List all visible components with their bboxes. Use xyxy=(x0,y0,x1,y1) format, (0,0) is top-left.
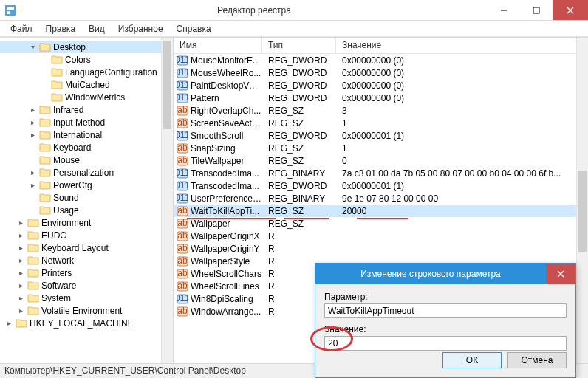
tree-item-label: Volatile Environment xyxy=(41,306,122,316)
tree-item[interactable]: ▸Printers xyxy=(0,267,173,279)
list-row[interactable]: abWaitToKillAppTi...REG_SZ20000 xyxy=(174,205,588,217)
svg-text:011: 011 xyxy=(177,180,188,190)
list-row[interactable]: 011PatternREG_DWORD0x00000000 (0) xyxy=(174,92,588,104)
list-row[interactable]: 011PaintDesktopVer...REG_DWORD0x00000000… xyxy=(174,79,588,92)
list-row[interactable]: abRightOverlapCh...REG_SZ3 xyxy=(174,104,588,117)
value-data: 0 xyxy=(336,156,588,166)
tree-item[interactable]: ▸PowerCfg xyxy=(0,179,173,191)
expand-icon[interactable]: ▸ xyxy=(16,231,25,239)
tree-item[interactable]: ▸Personalization xyxy=(0,166,173,179)
list-row[interactable]: 011TranscodedIma...REG_DWORD0x00000001 (… xyxy=(174,179,588,192)
expand-icon[interactable]: ▸ xyxy=(28,118,37,126)
expand-icon[interactable]: ▸ xyxy=(4,319,13,327)
list-row[interactable]: abWallpaperOriginXR xyxy=(174,230,588,242)
app-icon xyxy=(4,4,16,16)
ok-button[interactable]: ОК xyxy=(442,352,502,368)
value-name: Pattern xyxy=(191,93,219,103)
menu-item[interactable]: Файл xyxy=(4,22,38,35)
close-button[interactable] xyxy=(553,0,588,20)
menu-item[interactable]: Избранное xyxy=(112,22,169,35)
tree-item[interactable]: ▾Desktop xyxy=(0,41,173,53)
tree-panel[interactable]: ▾DesktopColorsLanguageConfigurationMuiCa… xyxy=(0,38,174,363)
list-row[interactable]: abTileWallpaperREG_SZ0 xyxy=(174,154,588,167)
svg-text:ab: ab xyxy=(177,105,188,115)
expand-icon[interactable]: ▸ xyxy=(28,131,37,139)
list-row[interactable]: 011MouseWheelRo...REG_DWORD0x00000000 (0… xyxy=(174,66,588,79)
value-input[interactable] xyxy=(324,336,567,351)
expand-icon[interactable]: ▸ xyxy=(28,106,37,114)
maximize-button[interactable] xyxy=(520,0,553,20)
tree-item[interactable]: ▸EUDC xyxy=(0,229,173,241)
tree-item[interactable]: ▸HKEY_LOCAL_MACHINE xyxy=(0,317,173,329)
param-input[interactable] xyxy=(324,303,567,318)
minimize-button[interactable] xyxy=(488,0,520,20)
expand-icon[interactable]: ▸ xyxy=(16,256,25,264)
list-row[interactable]: abScreenSaveActiveREG_SZ1 xyxy=(174,117,588,129)
value-name: MouseMonitorE... xyxy=(191,55,260,66)
list-row[interactable]: 011TranscodedIma...REG_BINARY7a c3 01 00… xyxy=(174,167,588,179)
tree-item[interactable]: Sound xyxy=(0,191,173,204)
value-type: REG_BINARY xyxy=(262,168,336,179)
tree-item-label: Colors xyxy=(65,55,91,65)
tree-item[interactable]: ▸Keyboard Layout xyxy=(0,241,173,254)
tree-item[interactable]: ▸Volatile Environment xyxy=(0,304,173,317)
tree-item[interactable]: ▸Infrared xyxy=(0,103,173,116)
list-scrollbar[interactable] xyxy=(576,38,588,363)
menu-item[interactable]: Правка xyxy=(40,22,82,35)
value-name: WheelScrollLines xyxy=(191,281,259,292)
tree-item[interactable]: ▸International xyxy=(0,128,173,141)
expand-icon[interactable]: ▸ xyxy=(16,306,25,315)
value-name: WallpaperOriginX xyxy=(191,231,260,241)
expand-icon[interactable]: ▸ xyxy=(16,219,25,227)
list-row[interactable]: 011MouseMonitorE...REG_DWORD0x00000000 (… xyxy=(174,54,588,66)
expand-icon[interactable]: ▸ xyxy=(16,294,25,302)
expand-icon[interactable]: ▸ xyxy=(28,168,37,176)
tree-item-label: International xyxy=(53,130,102,140)
tree-item[interactable]: ▸Input Method xyxy=(0,116,173,128)
menu-item[interactable]: Справка xyxy=(171,22,217,35)
value-type: R xyxy=(262,231,336,241)
tree-item[interactable]: ▸Software xyxy=(0,279,173,292)
col-type[interactable]: Тип xyxy=(262,38,336,53)
svg-text:ab: ab xyxy=(177,117,188,128)
tree-item-label: Infrared xyxy=(53,105,83,115)
tree-scrollbar[interactable] xyxy=(161,38,173,363)
tree-item[interactable]: LanguageConfiguration xyxy=(0,66,173,78)
list-row[interactable]: abSnapSizingREG_SZ1 xyxy=(174,142,588,154)
list-row[interactable]: 011UserPreferences...REG_BINARY9e 1e 07 … xyxy=(174,192,588,205)
col-name[interactable]: Имя xyxy=(174,38,262,53)
tree-item[interactable]: ▸Environment xyxy=(0,216,173,229)
list-row[interactable]: 011SmoothScrollREG_DWORD0x00000001 (1) xyxy=(174,129,588,142)
svg-text:011: 011 xyxy=(177,168,188,178)
tree-item[interactable]: Colors xyxy=(0,53,173,66)
value-data: 0x00000001 (1) xyxy=(336,131,588,141)
tree-item[interactable]: WindowMetrics xyxy=(0,91,173,103)
tree-item[interactable]: ▸Network xyxy=(0,254,173,267)
col-value[interactable]: Значение xyxy=(336,38,588,53)
value-name: TranscodedIma... xyxy=(191,181,259,191)
value-name: Win8DpiScaling xyxy=(191,294,253,304)
dialog-close-button[interactable] xyxy=(546,264,575,284)
svg-text:ab: ab xyxy=(177,268,188,278)
expand-icon[interactable]: ▸ xyxy=(16,244,25,252)
list-row[interactable]: abWallpaperOriginYR xyxy=(174,242,588,255)
expand-icon[interactable]: ▸ xyxy=(16,281,25,289)
tree-item-label: EUDC xyxy=(41,230,66,241)
expand-icon[interactable]: ▸ xyxy=(28,181,37,189)
cancel-button[interactable]: Отмена xyxy=(507,352,567,368)
tree-item[interactable]: Usage xyxy=(0,204,173,216)
expand-icon[interactable]: ▸ xyxy=(16,269,25,277)
dialog-title-bar[interactable]: Изменение строкового параметра xyxy=(315,264,575,284)
tree-item[interactable]: Keyboard xyxy=(0,141,173,154)
value-type: REG_SZ xyxy=(262,156,336,166)
tree-item[interactable]: MuiCached xyxy=(0,78,173,91)
tree-item-label: LanguageConfiguration xyxy=(65,67,157,78)
list-header[interactable]: Имя Тип Значение xyxy=(174,38,588,54)
tree-item[interactable]: ▸System xyxy=(0,292,173,304)
menu-item[interactable]: Вид xyxy=(83,22,111,35)
svg-text:011: 011 xyxy=(177,130,188,140)
tree-item[interactable]: Mouse xyxy=(0,154,173,166)
expand-icon[interactable]: ▾ xyxy=(28,43,37,51)
annotation-underline xyxy=(284,218,329,219)
value-name: SnapSizing xyxy=(191,143,236,154)
